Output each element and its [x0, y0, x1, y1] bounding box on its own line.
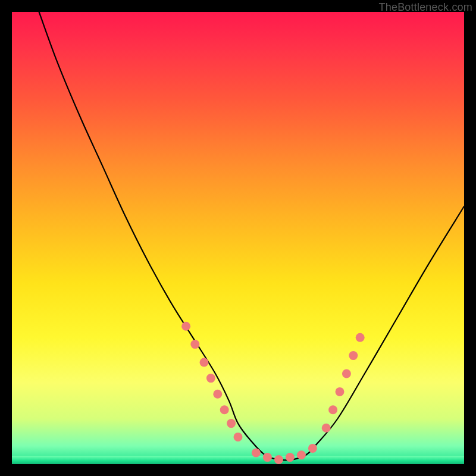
- data-marker: [308, 444, 317, 453]
- data-marker: [234, 433, 243, 441]
- data-marker: [213, 390, 222, 399]
- chart-frame: TheBottleneck.com: [0, 0, 476, 476]
- data-marker: [349, 351, 358, 360]
- data-marker: [274, 455, 283, 464]
- plot-area: [12, 12, 464, 464]
- data-marker: [190, 340, 199, 349]
- data-marker: [286, 453, 295, 462]
- bottleneck-curve: [39, 12, 464, 460]
- curve-markers: [181, 322, 365, 464]
- curve-layer: [12, 12, 464, 464]
- data-marker: [342, 369, 351, 378]
- data-marker: [181, 322, 190, 331]
- data-marker: [356, 333, 365, 342]
- data-marker: [252, 449, 261, 458]
- data-marker: [206, 374, 215, 383]
- data-marker: [336, 387, 345, 396]
- data-marker: [220, 405, 229, 414]
- data-marker: [328, 405, 337, 414]
- data-marker: [200, 358, 209, 367]
- data-marker: [322, 424, 331, 433]
- data-marker: [297, 450, 306, 459]
- data-marker: [227, 419, 236, 428]
- data-marker: [263, 453, 272, 462]
